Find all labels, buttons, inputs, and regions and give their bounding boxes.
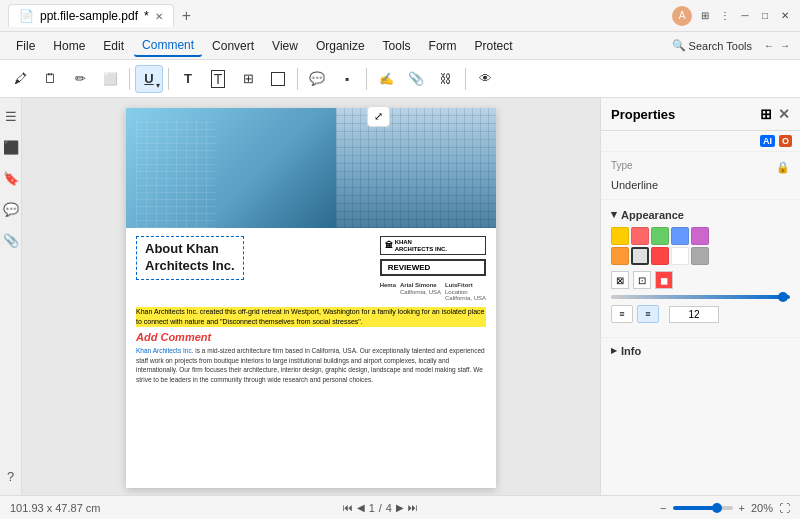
redo-nav-button[interactable]: →: [778, 39, 792, 53]
menu-home[interactable]: Home: [45, 36, 93, 56]
ms-badge[interactable]: O: [779, 135, 792, 147]
toolbar: 🖍 🗒 ✏ ⬜ U T T ⊞ 💬 ▪ ✍ 📎 ⛓ 👁: [0, 60, 800, 98]
sticky-note-icon: 🗒: [44, 71, 57, 86]
menu-view[interactable]: View: [264, 36, 306, 56]
zoom-thumb[interactable]: [712, 503, 722, 513]
align-left-button[interactable]: ≡: [611, 305, 633, 323]
color-swatch-yellow[interactable]: [611, 227, 629, 245]
avatar-icon[interactable]: A: [672, 6, 692, 26]
ai-badge[interactable]: AI: [760, 135, 775, 147]
color-swatch-brightred[interactable]: [651, 247, 669, 265]
menu-bar: File Home Edit Comment Convert View Orga…: [0, 32, 800, 60]
eraser-tool-button[interactable]: ⬜: [96, 65, 124, 93]
info-col3-val: LocationCalifornia, USA: [445, 289, 486, 301]
sidebar-nav-icon[interactable]: ☰: [2, 106, 20, 127]
sticky-note-tool-button[interactable]: 🗒: [36, 65, 64, 93]
eye-icon: 👁: [479, 71, 492, 86]
pattern-swatch-2[interactable]: ⊡: [633, 271, 651, 289]
shape-tool-button[interactable]: [264, 65, 292, 93]
menu-file[interactable]: File: [8, 36, 43, 56]
close-tab-button[interactable]: ✕: [155, 11, 163, 22]
menu-organize[interactable]: Organize: [308, 36, 373, 56]
callout-tool-button[interactable]: ⊞: [234, 65, 262, 93]
link-tool-button[interactable]: ⛓: [432, 65, 460, 93]
color-swatch-red[interactable]: [631, 227, 649, 245]
stamp-tool-button[interactable]: ▪: [333, 65, 361, 93]
tab-file-icon: 📄: [19, 9, 34, 23]
menu-tools[interactable]: Tools: [375, 36, 419, 56]
opacity-thumb[interactable]: [778, 292, 788, 302]
status-left: 101.93 x 47.87 cm: [10, 502, 101, 514]
menu-form[interactable]: Form: [421, 36, 465, 56]
close-panel-button[interactable]: ✕: [778, 106, 790, 122]
panel-title: Properties: [611, 107, 675, 122]
page-first-icon[interactable]: ⏮: [343, 502, 353, 513]
status-right: − + 20% ⛶: [660, 502, 790, 514]
text-tool-button[interactable]: T: [174, 65, 202, 93]
panel-grid-icon[interactable]: ⊞: [760, 106, 772, 122]
comment-tool-button[interactable]: 💬: [303, 65, 331, 93]
pdf-title: About KhanArchitects Inc.: [145, 241, 235, 275]
textbox-tool-button[interactable]: T: [204, 65, 232, 93]
pattern-swatch-3[interactable]: ◼: [655, 271, 673, 289]
align-center-button[interactable]: ≡: [637, 305, 659, 323]
eye-tool-button[interactable]: 👁: [471, 65, 499, 93]
opacity-slider[interactable]: [611, 295, 790, 299]
color-swatch-white[interactable]: [671, 247, 689, 265]
canvas-area[interactable]: ⤢ About KhanArchitects Inc.: [22, 98, 600, 495]
zoom-slider[interactable]: [673, 506, 733, 510]
menu-convert[interactable]: Convert: [204, 36, 262, 56]
sign-tool-button[interactable]: ✍: [372, 65, 400, 93]
properties-panel: Properties ⊞ ✕ AI O Type 🔒 Underline ▾ A…: [600, 98, 800, 495]
left-sidebar: ☰ ⬛ 🔖 💬 📎 ?: [0, 98, 22, 495]
sidebar-attach-icon[interactable]: 📎: [0, 230, 22, 251]
link-icon: ⛓: [440, 72, 452, 86]
share-button[interactable]: ⤢: [367, 106, 390, 127]
sidebar-help-icon[interactable]: ?: [4, 466, 17, 487]
logo-text: KHANARCHITECTS INC.: [395, 239, 447, 252]
page-last-icon[interactable]: ⏭: [408, 502, 418, 513]
font-size-box[interactable]: 12: [669, 306, 719, 323]
sidebar-thumbnail-icon[interactable]: ⬛: [0, 137, 22, 158]
layout-icon[interactable]: ⊞: [698, 9, 712, 23]
menu-protect[interactable]: Protect: [467, 36, 521, 56]
file-tab[interactable]: 📄 ppt.file-sample.pdf * ✕: [8, 4, 174, 27]
zoom-out-button[interactable]: −: [660, 502, 666, 514]
minimize-button[interactable]: ─: [738, 9, 752, 23]
color-swatch-green[interactable]: [651, 227, 669, 245]
underline-tool-button[interactable]: U: [135, 65, 163, 93]
pattern-swatch-1[interactable]: ⊠: [611, 271, 629, 289]
pdf-header-image: [126, 108, 496, 228]
pencil-tool-button[interactable]: ✏: [66, 65, 94, 93]
color-swatch-blue[interactable]: [671, 227, 689, 245]
menu-dots-icon[interactable]: ⋮: [718, 9, 732, 23]
color-swatch-gray[interactable]: [691, 247, 709, 265]
close-window-button[interactable]: ✕: [778, 9, 792, 23]
page-next-icon[interactable]: ▶: [396, 502, 404, 513]
appearance-section: ▾ Appearance ⊠ ⊡ ◼: [601, 200, 800, 337]
highlight-span: Khan Architects Inc.: [136, 308, 198, 315]
stamp-icon: ▪: [345, 72, 349, 86]
highlight-icon: 🖍: [14, 71, 27, 86]
panel-ai-tools: AI O: [601, 131, 800, 152]
attach-tool-button[interactable]: 📎: [402, 65, 430, 93]
zoom-in-button[interactable]: +: [739, 502, 745, 514]
color-swatch-orange[interactable]: [611, 247, 629, 265]
maximize-button[interactable]: □: [758, 9, 772, 23]
color-swatch-lightgray[interactable]: [631, 247, 649, 265]
menu-comment[interactable]: Comment: [134, 35, 202, 57]
tab-modified: *: [144, 9, 149, 23]
page-prev-icon[interactable]: ◀: [357, 502, 365, 513]
fullscreen-button[interactable]: ⛶: [779, 502, 790, 514]
highlight-tool-button[interactable]: 🖍: [6, 65, 34, 93]
type-row: Type 🔒: [611, 160, 790, 175]
sidebar-bookmark-icon[interactable]: 🔖: [0, 168, 22, 189]
collapse-arrow-icon[interactable]: ▾: [611, 208, 617, 221]
add-tab-button[interactable]: +: [176, 7, 197, 25]
sidebar-comment-icon[interactable]: 💬: [0, 199, 22, 220]
undo-nav-button[interactable]: ←: [762, 39, 776, 53]
search-tools-button[interactable]: 🔍 Search Tools: [672, 39, 752, 52]
color-swatch-purple[interactable]: [691, 227, 709, 245]
menu-edit[interactable]: Edit: [95, 36, 132, 56]
info-collapse-arrow-icon[interactable]: ▸: [611, 344, 617, 357]
